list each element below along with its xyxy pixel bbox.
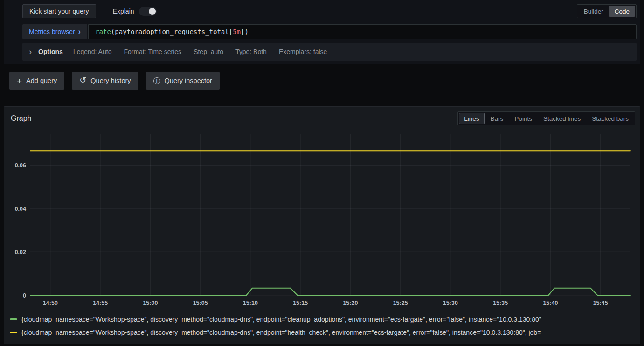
series-line-cleanup_adoptions[interactable] <box>30 288 630 295</box>
x-axis-tick-label: 15:15 <box>293 300 308 306</box>
x-axis-tick-label: 15:45 <box>593 300 608 306</box>
options-title: Options <box>38 48 63 55</box>
options-collapsed-row[interactable]: › Options Legend: AutoFormat: Time serie… <box>22 43 637 61</box>
legend-item[interactable]: {cloudmap_namespace="Workshop-space", di… <box>10 326 635 339</box>
x-axis-tick-label: 15:10 <box>243 300 258 306</box>
x-axis-tick-label: 15:20 <box>343 300 358 306</box>
x-axis-tick-label: 15:00 <box>143 300 158 306</box>
query-editor-toolbar: Kick start your query Explain Builder Co… <box>22 4 637 19</box>
query-history-button[interactable]: ↺ Query history <box>72 72 138 90</box>
option-summary-item: Format: Time series <box>124 48 181 55</box>
viz-mode-picker: LinesBarsPointsStacked linesStacked bars <box>457 111 635 125</box>
query-actions-row: + Add query ↺ Query history i Query insp… <box>4 64 640 97</box>
x-axis-tick-label: 15:25 <box>393 300 408 306</box>
legend-series-label: {cloudmap_namespace="Workshop-space", di… <box>21 316 541 323</box>
y-axis-tick-label: 0.06 <box>15 162 26 169</box>
promql-query-input[interactable]: rate(payforadoption_requests_total[5m]) <box>88 24 637 39</box>
query-inspector-button[interactable]: i Query inspector <box>146 72 220 90</box>
x-axis-tick-label: 15:05 <box>193 300 208 306</box>
option-summary-item: Step: auto <box>194 48 223 55</box>
query-close-token: ]) <box>241 28 249 35</box>
x-axis-tick-label: 14:50 <box>43 300 58 306</box>
query-body-token: (payforadoption_requests_total[ <box>111 28 233 35</box>
info-circle-icon: i <box>153 77 160 84</box>
query-row: Metrics browser › rate(payforadoption_re… <box>22 24 637 39</box>
code-mode-button[interactable]: Code <box>609 6 635 17</box>
option-summary-item: Exemplars: false <box>279 48 327 55</box>
query-function-token: rate <box>95 28 111 35</box>
explore-page: Kick start your query Explain Builder Co… <box>0 0 644 344</box>
metrics-browser-label: Metrics browser <box>29 28 75 35</box>
options-summary: Legend: AutoFormat: Time seriesStep: aut… <box>73 48 327 55</box>
history-icon: ↺ <box>79 76 86 84</box>
graph-canvas[interactable]: 00.020.040.0614:5014:5515:0015:0515:1015… <box>8 127 636 312</box>
panel-title: Graph <box>11 114 31 123</box>
query-history-label: Query history <box>90 77 131 84</box>
graph-panel-header: Graph LinesBarsPointsStacked linesStacke… <box>4 107 640 127</box>
editor-mode-switcher: Builder Code <box>577 4 637 18</box>
kick-start-query-button[interactable]: Kick start your query <box>22 4 96 18</box>
x-axis-tick-label: 15:40 <box>543 300 558 306</box>
graph-legend: {cloudmap_namespace="Workshop-space", di… <box>4 312 640 344</box>
viz-mode-points[interactable]: Points <box>509 113 537 124</box>
query-editor-panel: Kick start your query Explain Builder Co… <box>4 0 640 64</box>
viz-mode-stacked-bars[interactable]: Stacked bars <box>587 113 634 124</box>
y-axis-tick-label: 0.04 <box>15 206 26 212</box>
graph-panel: Graph LinesBarsPointsStacked linesStacke… <box>4 106 640 344</box>
legend-item[interactable]: {cloudmap_namespace="Workshop-space", di… <box>10 313 635 326</box>
toggle-knob-icon <box>149 8 156 15</box>
viz-mode-lines[interactable]: Lines <box>459 113 484 124</box>
x-axis-tick-label: 15:35 <box>493 300 508 306</box>
x-axis-tick-label: 15:30 <box>443 300 458 306</box>
chevron-right-icon: › <box>78 28 81 35</box>
viz-mode-bars[interactable]: Bars <box>485 113 509 124</box>
explain-label: Explain <box>113 7 134 15</box>
legend-series-swatch <box>10 318 17 320</box>
chevron-right-icon: › <box>29 48 32 56</box>
metrics-browser-button[interactable]: Metrics browser › <box>22 24 87 39</box>
legend-series-label: {cloudmap_namespace="Workshop-space", di… <box>21 329 541 336</box>
viz-mode-stacked-lines[interactable]: Stacked lines <box>538 113 586 124</box>
y-axis-tick-label: 0 <box>23 292 26 299</box>
option-summary-item: Legend: Auto <box>73 48 112 55</box>
query-duration-token: 5m <box>233 28 241 35</box>
y-axis-tick-label: 0.02 <box>15 249 26 256</box>
x-axis-tick-label: 14:55 <box>93 300 108 306</box>
add-query-button[interactable]: + Add query <box>9 72 64 90</box>
builder-mode-button[interactable]: Builder <box>578 6 609 17</box>
explain-toggle[interactable] <box>139 7 157 16</box>
legend-series-swatch <box>10 332 17 333</box>
query-inspector-label: Query inspector <box>165 77 212 84</box>
plus-icon: + <box>17 76 22 85</box>
add-query-label: Add query <box>26 77 57 84</box>
option-summary-item: Type: Both <box>235 48 267 55</box>
